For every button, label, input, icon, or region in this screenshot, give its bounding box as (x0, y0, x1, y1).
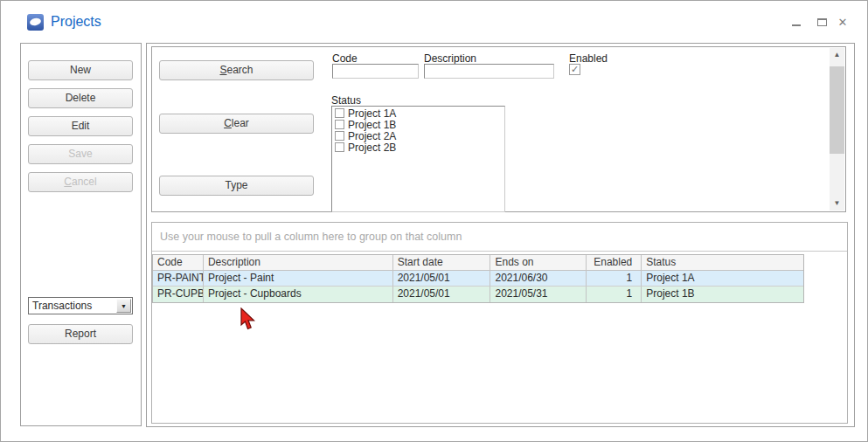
search-button-label: Search (219, 61, 253, 79)
status-listbox[interactable]: Project 1A Project 1B Project 2A Project… (331, 106, 505, 212)
cell-code[interactable]: PR-CUPB1 (153, 287, 204, 302)
status-option-label: Project 1A (348, 107, 396, 120)
column-header-description[interactable]: Description (204, 255, 393, 271)
scroll-up-icon: ▲ (834, 51, 841, 59)
scroll-down-button[interactable]: ▼ (830, 197, 844, 211)
cell-ends-on[interactable]: 2021/05/31 (490, 287, 587, 302)
report-button-label: Report (65, 328, 96, 340)
cell-description[interactable]: Project - Cupboards (204, 287, 393, 302)
delete-button[interactable]: Delete (28, 88, 133, 108)
status-option-label: Project 2A (348, 130, 396, 142)
cell-enabled[interactable]: 1 (587, 287, 642, 302)
transactions-dropdown-value: Transactions (32, 300, 92, 312)
cell-start-date[interactable]: 2021/05/01 (393, 271, 491, 287)
type-button-label: Type (225, 179, 247, 191)
new-button-label: New (70, 64, 91, 76)
maximize-button[interactable] (813, 15, 830, 31)
clear-button[interactable]: Clear (159, 114, 314, 134)
scroll-up-button[interactable]: ▲ (830, 48, 844, 62)
cell-enabled[interactable]: 1 (587, 271, 642, 287)
edit-button[interactable]: Edit (28, 116, 133, 136)
cancel-button-label: Cancel (64, 173, 96, 191)
description-label: Description (424, 52, 476, 65)
transactions-dropdown[interactable]: Transactions ▼ (28, 297, 133, 314)
check-icon: ✓ (571, 64, 579, 74)
action-sidebar: New Delete Edit Save Cancel Transactions… (20, 43, 142, 426)
checkbox-icon[interactable] (335, 120, 344, 129)
description-input[interactable] (424, 64, 554, 79)
new-button[interactable]: New (28, 60, 133, 80)
results-area: Use your mouse to pull a column here to … (151, 222, 848, 424)
disc-icon (29, 17, 41, 27)
save-button[interactable]: Save (28, 144, 133, 164)
search-button[interactable]: Search (159, 60, 314, 80)
group-by-hint-text: Use your mouse to pull a column here to … (160, 231, 462, 243)
scroll-down-icon: ▼ (834, 199, 841, 207)
column-header-start-date[interactable]: Start date (393, 255, 491, 271)
cell-description[interactable]: Project - Paint (204, 271, 393, 287)
table-row[interactable]: PR-CUPB1 Project - Cupboards 2021/05/01 … (153, 287, 803, 302)
status-option-label: Project 1B (348, 119, 396, 131)
status-option[interactable]: Project 2B (334, 142, 504, 154)
cell-status[interactable]: Project 1B (642, 287, 803, 302)
checkbox-icon[interactable] (335, 142, 344, 152)
app-icon (27, 14, 44, 31)
enabled-label: Enabled (569, 52, 608, 65)
table-row[interactable]: PR-PAINT1 Project - Paint 2021/05/01 202… (153, 271, 803, 287)
close-icon: ✕ (838, 16, 848, 29)
cell-code[interactable]: PR-PAINT1 (153, 271, 204, 287)
edit-button-label: Edit (72, 120, 90, 132)
window-title: Projects (51, 14, 101, 30)
scrollbar-thumb[interactable] (830, 66, 844, 154)
enabled-checkbox[interactable]: ✓ (569, 64, 580, 75)
clear-button-label: Clear (224, 114, 249, 133)
cancel-button[interactable]: Cancel (28, 172, 133, 192)
chevron-down-icon: ▼ (121, 303, 127, 309)
maximize-icon (817, 18, 827, 26)
dropdown-button[interactable]: ▼ (116, 299, 131, 313)
code-input[interactable] (332, 64, 419, 79)
cell-start-date[interactable]: 2021/05/01 (393, 287, 491, 302)
group-by-bar[interactable]: Use your mouse to pull a column here to … (152, 223, 847, 252)
column-header-status[interactable]: Status (642, 255, 803, 271)
minimize-icon (792, 24, 801, 26)
close-button[interactable]: ✕ (834, 15, 851, 31)
vertical-scrollbar[interactable]: ▲ ▼ (830, 48, 844, 211)
checkbox-icon[interactable] (335, 108, 344, 118)
column-header-ends-on[interactable]: Ends on (490, 255, 587, 271)
status-label: Status (331, 94, 361, 107)
grid-header-row: Code Description Start date Ends on Enab… (153, 255, 803, 271)
column-header-code[interactable]: Code (153, 255, 204, 271)
column-header-enabled[interactable]: Enabled (587, 255, 642, 271)
cell-ends-on[interactable]: 2021/06/30 (490, 271, 587, 287)
projects-window: Projects ✕ New Delete Edit Save Cancel T… (0, 0, 868, 442)
main-panel: Search Clear Type Code Description Enabl… (146, 43, 855, 427)
projects-grid: Code Description Start date Ends on Enab… (152, 254, 804, 303)
filter-panel: Search Clear Type Code Description Enabl… (151, 46, 846, 212)
status-option-label: Project 2B (348, 142, 396, 154)
code-label: Code (332, 52, 358, 65)
minimize-button[interactable] (788, 15, 805, 31)
delete-button-label: Delete (66, 92, 96, 104)
cell-status[interactable]: Project 1A (642, 271, 803, 287)
type-button[interactable]: Type (159, 176, 314, 196)
save-button-label: Save (68, 148, 92, 160)
report-button[interactable]: Report (28, 324, 133, 344)
checkbox-icon[interactable] (335, 131, 344, 141)
